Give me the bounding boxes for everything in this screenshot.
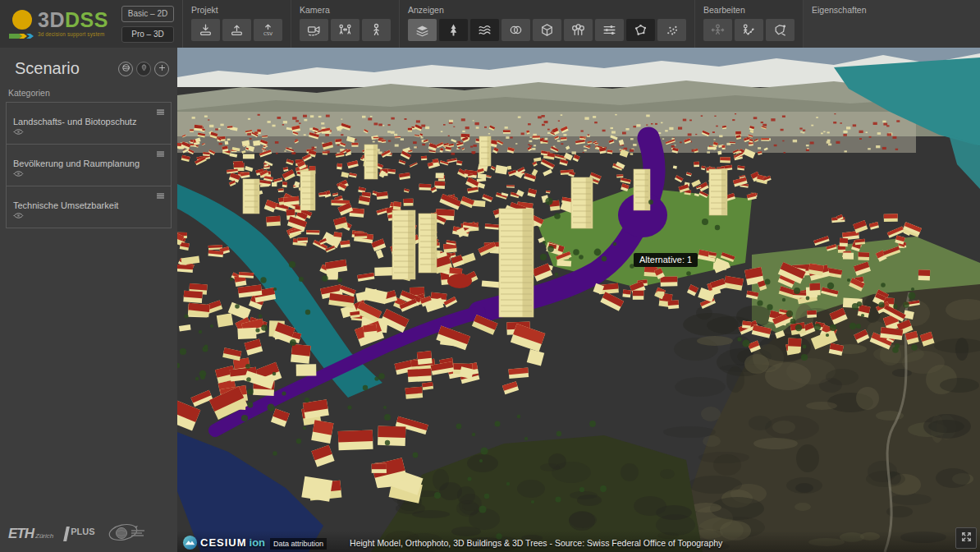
layers-icon	[415, 23, 429, 37]
geoinformation-logo	[107, 521, 156, 547]
category-card[interactable]: Landschafts- und Biotopschutz	[6, 103, 172, 145]
menu-icon[interactable]	[155, 190, 166, 205]
show-point-cloud-button[interactable]	[657, 19, 686, 41]
load-project-button[interactable]	[222, 19, 251, 41]
polygon-edit-icon	[773, 23, 787, 37]
category-card[interactable]: Technische Umsetzbarkeit	[6, 186, 172, 228]
cube-icon	[540, 23, 554, 37]
pedestrian-view-button[interactable]	[362, 19, 391, 41]
category-card[interactable]: Bevölkerung und Raumplanung	[6, 145, 172, 186]
scenario-pin-button[interactable]	[136, 62, 151, 76]
top-bar: 3DDSS 3d decision support system Basic –…	[0, 0, 980, 48]
tree-icon	[446, 23, 460, 37]
toolbar: ProjektCSVKameraAnzeigenBearbeitenEigens…	[182, 0, 980, 48]
menu-icon[interactable]	[155, 148, 166, 163]
show-vegetation-button[interactable]	[564, 19, 593, 41]
plus-icon	[158, 62, 167, 75]
logo-3d: 3D	[38, 8, 65, 31]
logo-tagline: 3d decision support system	[38, 32, 108, 37]
category-label: Landschafts- und Biotopschutz	[13, 117, 163, 126]
toolbar-group-label: Eigenschaften	[812, 5, 972, 15]
scenario-title: Scenario	[15, 59, 118, 78]
download-icon	[199, 23, 213, 37]
toolbar-group-eigenschaften: Eigenschaften	[804, 0, 980, 48]
person-path-icon	[742, 23, 756, 37]
sidebar: Scenario Kategorien Landschafts- und Bio…	[0, 48, 177, 552]
toolbar-group-label: Kamera	[300, 5, 391, 15]
globe-icon	[121, 62, 131, 75]
show-alternative-area-button[interactable]	[626, 19, 655, 41]
eth-logo: ETHZürich	[8, 526, 53, 542]
toolbar-group-projekt: ProjektCSV	[183, 0, 291, 48]
move-object-button[interactable]	[703, 19, 732, 41]
polygon-point-icon	[634, 23, 648, 37]
category-label: Bevölkerung und Raumplanung	[13, 159, 163, 168]
person-arrows-icon	[711, 23, 725, 37]
fullscreen-button[interactable]	[955, 527, 977, 549]
menu-icon[interactable]	[155, 106, 166, 121]
cesium-ion-logo[interactable]: CESIUMion	[182, 535, 265, 550]
logo-mark-icon	[8, 7, 36, 40]
circles-icon	[509, 23, 523, 37]
show-trees-button[interactable]	[439, 19, 468, 41]
mode-basic-2d-button[interactable]: Basic – 2D	[121, 6, 174, 22]
save-project-button[interactable]	[191, 19, 220, 41]
scenario-actions	[118, 62, 169, 76]
person-swap-icon	[338, 23, 352, 37]
toolbar-group-anzeigen: Anzeigen	[400, 0, 695, 48]
eye-icon[interactable]	[13, 126, 24, 140]
plus-logo: PLUS	[65, 527, 94, 541]
eye-icon[interactable]	[13, 209, 24, 224]
categories-label: Kategorien	[0, 83, 177, 102]
app-logo: 3DDSS 3d decision support system	[0, 0, 121, 48]
csv-upload-icon: CSV	[261, 23, 275, 37]
fullscreen-icon	[960, 531, 973, 545]
mode-pro-3d-button[interactable]: Pro – 3D	[121, 26, 174, 43]
eye-icon[interactable]	[13, 168, 24, 182]
toolbar-group-bearbeiten: Bearbeiten	[695, 0, 804, 48]
trees-icon	[571, 23, 585, 37]
show-overlap-button[interactable]	[501, 19, 530, 41]
toolbar-group-label: Bearbeiten	[703, 5, 795, 15]
import-csv-button[interactable]: CSV	[254, 19, 282, 41]
waves-icon	[478, 23, 492, 37]
pin-icon	[140, 62, 149, 75]
ion-wordmark: ion	[250, 536, 266, 549]
camera-flight-button[interactable]	[300, 19, 328, 41]
show-terrain-button[interactable]	[470, 19, 499, 41]
cesium-globe-icon	[182, 535, 198, 550]
sliders-people-icon	[602, 23, 616, 37]
scenario-add-button[interactable]	[154, 62, 169, 76]
toolbar-group-label: Projekt	[191, 5, 282, 15]
show-buildings-button[interactable]	[533, 19, 561, 41]
mode-switch: Basic – 2D Pro – 3D	[121, 0, 182, 48]
category-label: Technische Umsetzbarkeit	[13, 200, 163, 210]
toolbar-group-label: Anzeigen	[408, 5, 686, 15]
scenario-globe-button[interactable]	[118, 62, 133, 76]
map-attribution-bar: CESIUMion Data attribution Height Model,…	[182, 535, 722, 550]
toolbar-group-kamera: Kamera	[291, 0, 400, 48]
scatter-icon	[665, 23, 679, 37]
show-filter-button[interactable]	[595, 19, 624, 41]
category-list: Landschafts- und BiotopschutzBevölkerung…	[6, 102, 172, 228]
map-scene	[177, 48, 980, 552]
edit-polygon-button[interactable]	[766, 19, 795, 41]
cesium-wordmark: CESIUM	[200, 536, 247, 549]
logo-dss: DSS	[65, 8, 108, 31]
sidebar-footer: ETHZürich PLUS	[0, 521, 177, 547]
application-window: 3DDSS 3d decision support system Basic –…	[0, 0, 980, 552]
camera-path-icon	[307, 23, 321, 37]
map-attribution-text: Height Model, Orthophoto, 3D Buildings &…	[350, 538, 722, 548]
edit-path-button[interactable]	[735, 19, 763, 41]
data-attribution-button[interactable]: Data attribution	[270, 538, 327, 550]
logo-text: 3DDSS 3d decision support system	[38, 10, 108, 37]
map-viewport[interactable]: Alternative: 1 CESIUMion Data attributio…	[177, 48, 980, 552]
show-layers-button[interactable]	[408, 19, 437, 41]
map-tooltip: Alternative: 1	[634, 253, 698, 267]
svg-text:CSV: CSV	[263, 31, 272, 36]
upload-icon	[230, 23, 244, 37]
camera-person-swap-button[interactable]	[331, 19, 359, 41]
person-icon	[369, 23, 383, 37]
